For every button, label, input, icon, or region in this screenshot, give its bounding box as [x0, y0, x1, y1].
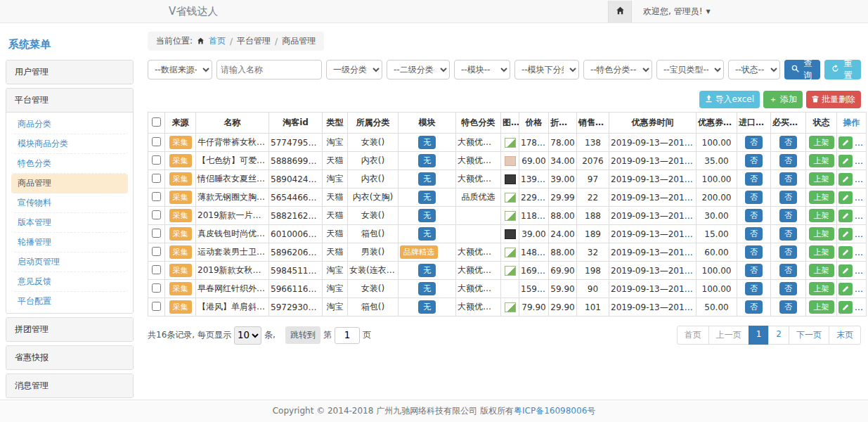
- sidebar-item[interactable]: 启动页管理: [11, 252, 128, 272]
- product-category: 箱包(): [348, 298, 399, 316]
- sidebar-item[interactable]: 版本管理: [11, 213, 128, 233]
- sidebar-item[interactable]: 宣传物料: [11, 193, 128, 213]
- page-number-input[interactable]: [335, 327, 360, 344]
- edit-button[interactable]: [838, 228, 853, 241]
- status-badge[interactable]: 上架: [809, 300, 834, 314]
- status-badge[interactable]: 上架: [809, 191, 834, 204]
- page-size-select[interactable]: 10: [234, 326, 261, 345]
- module-cell: 无: [399, 280, 456, 298]
- sidebar-item[interactable]: 特色分类: [11, 154, 128, 174]
- level2-category-select[interactable]: --二级分类--: [387, 60, 450, 79]
- edit-button[interactable]: [838, 283, 853, 295]
- edit-button[interactable]: [838, 264, 853, 277]
- status-badge[interactable]: 上架: [809, 227, 834, 241]
- sidebar-section-header[interactable]: 消息管理: [6, 374, 133, 397]
- module-sub-category-select[interactable]: --模块下分类--: [514, 60, 579, 79]
- import-select-badge[interactable]: 否: [745, 227, 763, 241]
- pager-button[interactable]: 下一页: [789, 326, 829, 345]
- user-menu[interactable]: 欢迎您, 管理员! ▼: [632, 6, 711, 18]
- query-button[interactable]: 查询: [784, 60, 821, 79]
- row-checkbox[interactable]: [152, 155, 161, 165]
- edit-button[interactable]: [838, 155, 853, 167]
- row-checkbox[interactable]: [152, 229, 161, 238]
- page-suffix: 页: [363, 329, 371, 341]
- must-buy-badge[interactable]: 否: [779, 282, 797, 295]
- jump-button[interactable]: 跳转到: [285, 326, 320, 344]
- pager-button[interactable]: 1: [749, 326, 770, 345]
- edit-button[interactable]: [838, 191, 853, 204]
- status-badge[interactable]: 上架: [809, 264, 834, 277]
- module-select[interactable]: --模块--: [454, 60, 510, 79]
- sidebar-section-header[interactable]: 用户管理: [6, 60, 133, 84]
- sidebar-item[interactable]: 平台配置: [11, 292, 128, 311]
- sidebar-item[interactable]: 意见反馈: [11, 272, 128, 292]
- import-select-badge[interactable]: 否: [745, 245, 763, 259]
- import-select-badge[interactable]: 否: [745, 154, 763, 167]
- sidebar-section-header[interactable]: 拼团管理: [6, 318, 133, 341]
- pager-button[interactable]: 末页: [829, 326, 861, 345]
- edit-button[interactable]: [838, 136, 853, 149]
- import-select-badge[interactable]: 否: [745, 300, 763, 314]
- sidebar-item[interactable]: 模块商品分类: [11, 134, 128, 154]
- must-buy-badge[interactable]: 否: [779, 264, 797, 277]
- row-checkbox[interactable]: [152, 210, 161, 219]
- reset-button[interactable]: 重置: [824, 60, 861, 79]
- must-buy-badge[interactable]: 否: [779, 245, 797, 259]
- status-badge[interactable]: 上架: [809, 282, 834, 295]
- icp-link[interactable]: 粤ICP备16098006号: [514, 405, 595, 417]
- import-select-badge[interactable]: 否: [745, 209, 763, 222]
- import-select-badge[interactable]: 否: [745, 264, 763, 277]
- row-checkbox[interactable]: [152, 283, 161, 293]
- column-header: 所属分类: [348, 113, 399, 134]
- breadcrumb-home-link[interactable]: 首页: [209, 35, 226, 47]
- sidebar-item[interactable]: 轮播管理: [11, 233, 128, 252]
- row-checkbox[interactable]: [152, 247, 161, 256]
- import-excel-button[interactable]: 导入excel: [699, 91, 760, 108]
- must-buy-badge[interactable]: 否: [779, 136, 797, 149]
- must-buy-badge[interactable]: 否: [779, 227, 797, 241]
- import-select-badge[interactable]: 否: [745, 172, 763, 186]
- status-badge[interactable]: 上架: [809, 172, 834, 186]
- sidebar-section-header[interactable]: 平台管理: [6, 89, 133, 112]
- edit-button[interactable]: [838, 173, 853, 186]
- edit-button[interactable]: [838, 246, 853, 259]
- row-checkbox[interactable]: [152, 192, 161, 201]
- pager-button[interactable]: 2: [768, 326, 789, 345]
- home-button[interactable]: [608, 1, 632, 23]
- batch-delete-button[interactable]: 批量删除: [806, 91, 861, 108]
- import-select-badge[interactable]: 否: [745, 282, 763, 295]
- status-badge[interactable]: 上架: [809, 154, 834, 167]
- status-badge[interactable]: 上架: [809, 136, 834, 149]
- price: 118.00: [519, 207, 549, 225]
- edit-button[interactable]: [838, 210, 853, 222]
- must-buy-badge[interactable]: 否: [779, 154, 797, 167]
- must-buy-badge[interactable]: 否: [779, 191, 797, 204]
- pager-button[interactable]: 首页: [677, 326, 709, 345]
- add-button[interactable]: ＋ 添加: [763, 91, 803, 108]
- feature-category-select[interactable]: --特色分类--: [583, 60, 652, 79]
- price: 79.90: [519, 298, 549, 316]
- name-input[interactable]: [216, 60, 322, 79]
- sidebar-item[interactable]: 商品分类: [11, 115, 128, 134]
- must-buy-badge[interactable]: 否: [779, 209, 797, 222]
- must-buy-badge[interactable]: 否: [779, 300, 797, 314]
- item-type-select[interactable]: --宝贝类型--: [656, 60, 724, 79]
- row-checkbox[interactable]: [152, 302, 161, 311]
- status-badge[interactable]: 上架: [809, 245, 834, 259]
- sidebar-section-header[interactable]: 省惠快报: [6, 346, 133, 369]
- row-checkbox[interactable]: [152, 174, 161, 183]
- sidebar-item[interactable]: 商品管理: [11, 174, 128, 193]
- status-badge[interactable]: 上架: [809, 209, 834, 222]
- status-select[interactable]: --状态--: [728, 60, 780, 79]
- import-select-badge[interactable]: 否: [745, 191, 763, 204]
- edit-button[interactable]: [838, 301, 853, 314]
- select-all-checkbox[interactable]: [152, 117, 161, 127]
- import-select-badge[interactable]: 否: [745, 136, 763, 149]
- row-checkbox[interactable]: [152, 137, 161, 146]
- product-icon: [505, 248, 516, 257]
- level1-category-select[interactable]: 一级分类: [326, 60, 382, 79]
- data-source-select[interactable]: --数据来源--: [148, 60, 212, 79]
- must-buy-badge[interactable]: 否: [779, 172, 797, 186]
- row-checkbox[interactable]: [152, 265, 161, 274]
- pager-button[interactable]: 上一页: [708, 326, 749, 345]
